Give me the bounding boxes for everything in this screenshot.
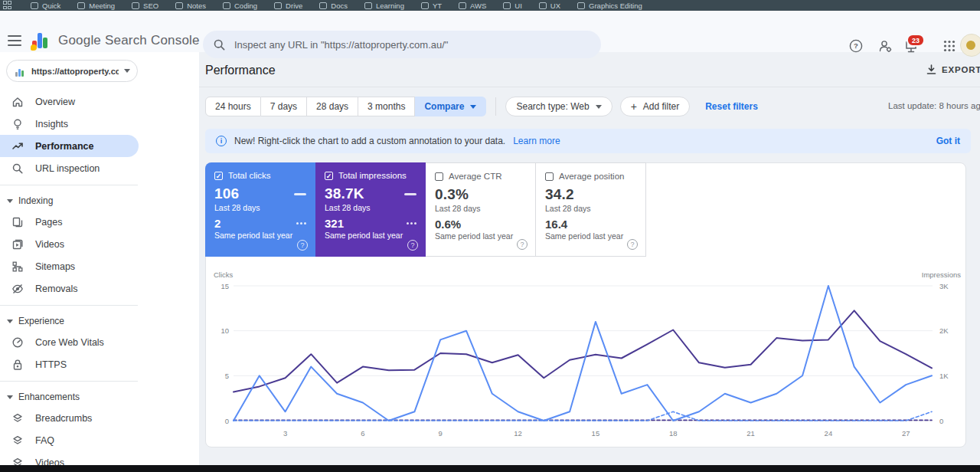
metric-checkbox[interactable]	[545, 172, 554, 181]
sidebar-item-removals[interactable]: Removals	[0, 277, 139, 300]
help-icon[interactable]: ?	[517, 239, 528, 250]
sidebar-item-label: Videos	[35, 239, 64, 250]
bookmark-item[interactable]: Docs	[319, 2, 348, 10]
bookmark-item[interactable]: Drive	[274, 2, 302, 10]
date-range-tab-3-months[interactable]: 3 months	[358, 97, 415, 116]
metric-checkbox[interactable]: ✓	[325, 172, 333, 180]
metric-card-total-clicks[interactable]: ✓Total clicks106Last 28 days2Same period…	[205, 162, 315, 257]
x-axis-tick: 3	[283, 429, 287, 438]
metric-card-average-ctr[interactable]: Average CTR0.3%Last 28 days0.6%Same peri…	[426, 162, 536, 257]
menu-icon[interactable]	[8, 35, 21, 46]
bookmark-item[interactable]: Notes	[175, 2, 206, 10]
solid-line-legend-mark	[294, 193, 306, 195]
folder-icon	[539, 2, 547, 9]
bookmark-item[interactable]: UX	[539, 2, 560, 10]
sidebar-item-breadcrumbs[interactable]: Breadcrumbs	[0, 407, 139, 429]
metric-prev-value: 321	[325, 217, 344, 230]
date-range-tab-24-hours[interactable]: 24 hours	[205, 97, 261, 116]
sidebar-item-insights[interactable]: Insights	[0, 113, 139, 135]
sidebar-item-label: Core Web Vitals	[35, 337, 104, 348]
sidebar-section-enhancements[interactable]: Enhancements	[0, 387, 199, 407]
metric-card-average-position[interactable]: Average position34.2Last 28 days16.4Same…	[536, 162, 646, 257]
metric-checkbox[interactable]	[435, 172, 443, 181]
x-axis-tick: 27	[902, 429, 910, 438]
metric-checkbox[interactable]: ✓	[214, 172, 223, 180]
bookmark-item[interactable]: SEO	[132, 2, 158, 10]
app-logo[interactable]: Google Search Console	[31, 31, 200, 51]
bookmark-item[interactable]: Meeting	[77, 2, 115, 10]
bookmark-item[interactable]: YT	[421, 2, 442, 10]
last-update-text: Last update: 8 hours ago	[888, 101, 971, 110]
left-axis-title: Clicks	[214, 270, 234, 279]
sidebar-item-https[interactable]: HTTPS	[0, 353, 139, 375]
user-settings-icon[interactable]	[871, 32, 899, 60]
bookmark-item[interactable]: AWS	[459, 2, 486, 10]
bookmark-item[interactable]: UI	[503, 2, 522, 10]
compare-tab[interactable]: Compare	[415, 97, 486, 116]
sidebar-item-label: Performance	[35, 141, 93, 152]
reset-filters-link[interactable]: Reset filters	[705, 101, 758, 112]
metric-prev-period: Same period last year	[214, 231, 306, 240]
property-selector[interactable]: https://attoproperty.co...	[6, 60, 138, 82]
metric-label: Total impressions	[338, 171, 407, 180]
performance-icon	[11, 140, 24, 152]
bookmark-item[interactable]: Graphics Editing	[577, 2, 642, 10]
folder-icon	[175, 2, 183, 9]
sidebar-item-label: HTTPS	[35, 359, 67, 370]
apps-grid-icon[interactable]	[3, 1, 14, 10]
performance-chart[interactable]: ClicksImpressions05101501K2K3K3691215182…	[212, 270, 962, 448]
help-icon[interactable]: ?	[842, 32, 870, 60]
chevron-down-icon	[7, 199, 13, 203]
date-range-tab-7-days[interactable]: 7 days	[261, 97, 307, 116]
bookmark-item[interactable]: Quick	[31, 2, 60, 10]
left-axis-tick: 5	[225, 372, 229, 380]
search-type-filter[interactable]: Search type: Web	[505, 97, 612, 116]
removals-icon	[11, 283, 24, 295]
metric-prev-period: Same period last year	[325, 231, 416, 240]
learn-more-link[interactable]: Learn more	[513, 136, 560, 146]
left-axis-tick: 10	[220, 326, 229, 335]
bookmark-item[interactable]: Learning	[364, 2, 404, 10]
sidebar-item-url-inspection[interactable]: URL inspection	[0, 157, 139, 179]
sidebar-item-pages[interactable]: Pages	[0, 211, 139, 233]
metric-value: 106	[214, 185, 239, 202]
home-icon	[11, 96, 24, 108]
bookmark-item[interactable]: Coding	[223, 2, 257, 10]
sidebar-item-faq[interactable]: FAQ	[0, 429, 139, 451]
help-icon[interactable]: ?	[407, 240, 418, 251]
metric-card-total-impressions[interactable]: ✓Total impressions38.7KLast 28 days321Sa…	[315, 162, 426, 257]
metric-period: Last 28 days	[325, 203, 416, 212]
metric-period: Last 28 days	[214, 203, 306, 212]
folder-icon	[577, 2, 585, 9]
sidebar-section-experience[interactable]: Experience	[0, 311, 199, 331]
sidebar-item-core-web-vitals[interactable]: Core Web Vitals	[0, 331, 139, 353]
export-button[interactable]: EXPORT	[926, 64, 980, 75]
browser-bookmarks-bar: QuickMeetingSEONotesCodingDriveDocsLearn…	[0, 0, 980, 11]
sidebar-section-indexing[interactable]: Indexing	[0, 191, 199, 211]
folder-icon	[31, 2, 38, 9]
metric-prev-period: Same period last year	[435, 231, 526, 241]
add-filter-button[interactable]: +Add filter	[620, 97, 691, 116]
right-axis-tick: 3K	[939, 282, 949, 290]
got-it-button[interactable]: Got it	[936, 136, 960, 146]
plus-icon: +	[631, 100, 637, 113]
metric-period: Last 28 days	[435, 204, 526, 213]
profile-avatar[interactable]	[960, 34, 980, 57]
sidebar-item-label: URL inspection	[35, 163, 100, 174]
taskbar[interactable]	[0, 465, 980, 472]
sidebar-item-performance[interactable]: Performance	[0, 135, 139, 157]
chart-line-clicks-same-period-last-year-	[234, 411, 932, 421]
sidebar-item-overview[interactable]: Overview	[0, 90, 139, 113]
help-icon[interactable]: ?	[627, 239, 638, 250]
layers-icon	[11, 412, 24, 424]
google-apps-icon[interactable]	[936, 32, 963, 60]
url-inspect-searchbox[interactable]	[203, 31, 601, 58]
search-input[interactable]	[234, 39, 571, 51]
notifications-icon[interactable]: 23	[897, 32, 925, 60]
metric-value: 34.2	[545, 186, 574, 203]
sidebar-item-videos[interactable]: Videos	[0, 233, 139, 255]
property-url: https://attoproperty.co...	[31, 67, 119, 76]
help-icon[interactable]: ?	[297, 240, 308, 251]
date-range-tab-28-days[interactable]: 28 days	[307, 97, 358, 116]
sidebar-item-sitemaps[interactable]: Sitemaps	[0, 255, 139, 277]
